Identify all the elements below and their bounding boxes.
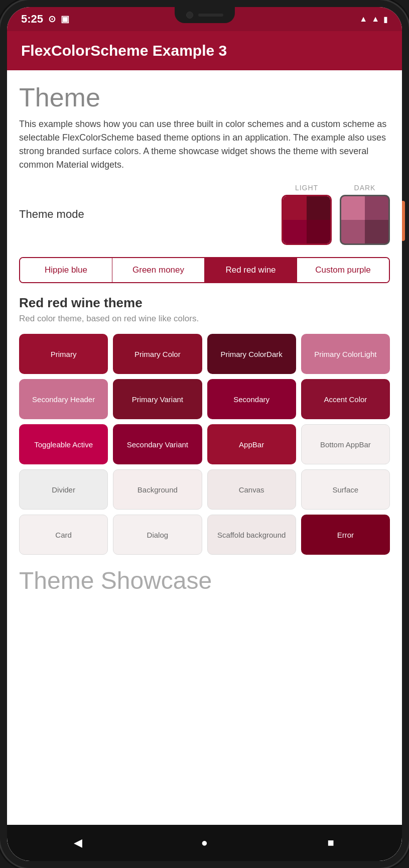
dark-cell-1 xyxy=(341,196,365,220)
showcase-title: Theme Showcase xyxy=(19,567,390,594)
swatch-dialog: Dialog xyxy=(113,515,202,555)
status-left: 5:25 ⊙ ▣ xyxy=(21,13,69,26)
dark-label: DARK xyxy=(354,184,376,192)
theme-name: Red red wine theme xyxy=(19,295,390,311)
swatch-surface: Surface xyxy=(301,469,390,510)
swatch-canvas: Canvas xyxy=(207,469,296,510)
light-cell-3 xyxy=(283,220,307,243)
swatch-error: Error xyxy=(301,515,390,555)
circle-icon: ⊙ xyxy=(48,14,56,25)
light-label: LIGHT xyxy=(295,184,318,192)
page-description: This example shows how you can use three… xyxy=(19,117,390,172)
tab-green-money[interactable]: Green money xyxy=(112,258,205,282)
tab-red-wine[interactable]: Red red wine xyxy=(205,258,297,282)
time: 5:25 xyxy=(21,13,43,26)
tab-container: Hippie blue Green money Red red wine Cus… xyxy=(19,257,390,283)
swatch-accent-color: Accent Color xyxy=(301,379,390,419)
color-swatches-grid: Primary Primary Color Primary ColorDark … xyxy=(19,334,390,555)
wifi-icon: ▲ xyxy=(359,15,367,24)
home-button[interactable]: ● xyxy=(194,833,214,853)
dark-cell-3 xyxy=(341,220,365,243)
light-cell-2 xyxy=(307,196,330,220)
notch xyxy=(175,7,235,23)
swatch-primary: Primary xyxy=(19,334,108,374)
phone-frame: 5:25 ⊙ ▣ ▲ ▲ ▮ FlexColorScheme Example 3… xyxy=(0,0,409,868)
swatch-background: Background xyxy=(113,469,202,510)
page-title: Theme xyxy=(19,82,390,112)
swatch-primary-color-dark: Primary ColorDark xyxy=(207,334,296,374)
swatch-primary-color: Primary Color xyxy=(113,334,202,374)
theme-mode-options: LIGHT DARK xyxy=(282,184,390,245)
swatch-secondary-header: Secondary Header xyxy=(19,379,108,419)
sdcard-icon: ▣ xyxy=(61,14,69,25)
light-cell-4 xyxy=(307,220,330,243)
bottom-nav: ◀ ● ■ xyxy=(7,825,402,861)
battery-icon: ▮ xyxy=(383,15,388,24)
content-area: Theme This example shows how you can use… xyxy=(7,70,402,825)
swatch-card: Card xyxy=(19,515,108,555)
light-option[interactable]: LIGHT xyxy=(282,184,332,245)
speaker xyxy=(198,14,223,17)
swatch-scaffold-background: Scaffold background xyxy=(207,515,296,555)
dark-option[interactable]: DARK xyxy=(340,184,390,245)
recent-button[interactable]: ■ xyxy=(321,833,341,853)
swatch-primary-variant: Primary Variant xyxy=(113,379,202,419)
theme-mode-label: Theme mode xyxy=(19,208,84,221)
swatch-primary-color-light: Primary ColorLight xyxy=(301,334,390,374)
theme-subtitle: Red color theme, based on red wine like … xyxy=(19,314,390,324)
signal-icon: ▲ xyxy=(371,15,379,24)
swatch-secondary: Secondary xyxy=(207,379,296,419)
swatch-appbar: AppBar xyxy=(207,424,296,464)
dark-cell-2 xyxy=(365,196,388,220)
swatch-secondary-variant: Secondary Variant xyxy=(113,424,202,464)
swatch-bottom-appbar: Bottom AppBar xyxy=(301,424,390,464)
dark-color-grid xyxy=(340,195,390,245)
tab-custom-purple[interactable]: Custom purple xyxy=(297,258,389,282)
theme-mode-row: Theme mode LIGHT DARK xyxy=(19,184,390,245)
dark-cell-4 xyxy=(365,220,388,243)
phone-screen: 5:25 ⊙ ▣ ▲ ▲ ▮ FlexColorScheme Example 3… xyxy=(7,7,402,861)
app-bar: FlexColorScheme Example 3 xyxy=(7,31,402,70)
swatch-divider: Divider xyxy=(19,469,108,510)
light-color-grid xyxy=(282,195,332,245)
light-cell-1 xyxy=(283,196,307,220)
camera xyxy=(186,12,193,19)
back-button[interactable]: ◀ xyxy=(68,833,88,853)
swatch-toggleable-active: Toggleable Active xyxy=(19,424,108,464)
app-bar-title: FlexColorScheme Example 3 xyxy=(21,42,388,59)
tab-hippie-blue[interactable]: Hippie blue xyxy=(20,258,112,282)
status-right: ▲ ▲ ▮ xyxy=(359,15,388,24)
